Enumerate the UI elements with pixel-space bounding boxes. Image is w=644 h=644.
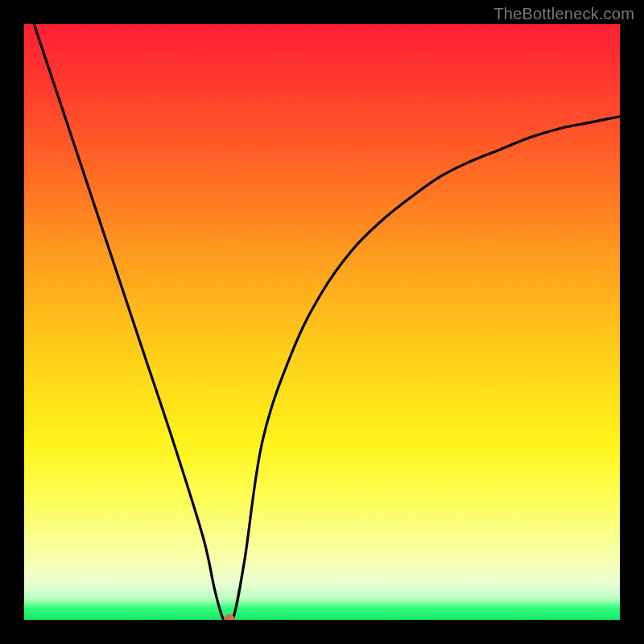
watermark-text: TheBottleneck.com <box>493 5 634 23</box>
minimum-point-marker <box>224 614 235 620</box>
bottleneck-curve <box>24 24 620 620</box>
curve-layer <box>24 24 620 620</box>
plot-area <box>24 24 620 620</box>
chart-frame: TheBottleneck.com <box>0 0 644 644</box>
